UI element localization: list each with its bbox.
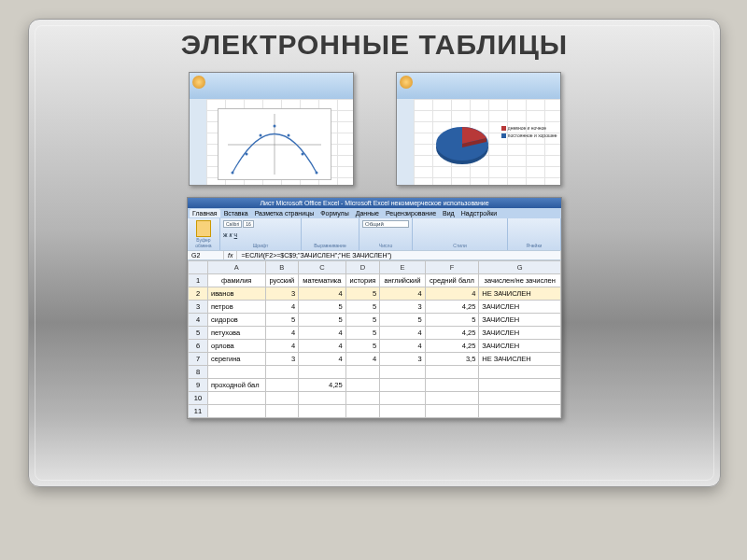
tab-review[interactable]: Рецензирование [383, 209, 439, 217]
table-row: 2иванов34544НЕ ЗАЧИСЛЕН [189, 287, 561, 301]
window-title: Лист Microsoft Office Excel - Microsoft … [188, 198, 561, 208]
ribbon-tabs: Главная Вставка Разметка страницы Формул… [188, 208, 561, 218]
row-headers [397, 99, 415, 185]
ribbon-body: Буфер обмена Calibri 16 ЖКЧ Шрифт Выравн… [188, 218, 561, 250]
ribbon-bar [190, 73, 353, 100]
slide: ЭЛЕКТРОННЫЕ ТАБЛИЦЫ [28, 19, 721, 487]
table-row: 6орлова44544,25ЗАЧИСЛЕН [189, 340, 561, 353]
tab-home[interactable]: Главная [190, 209, 220, 217]
svg-point-4 [259, 134, 261, 137]
table-row: 7серегина34433,5НЕ ЗАЧИСЛЕН [189, 353, 561, 366]
size-select[interactable]: 16 [243, 220, 254, 228]
svg-point-5 [273, 125, 275, 128]
tab-data[interactable]: Данные [353, 209, 382, 217]
formula-bar: G2 fx =ЕСЛИ(F2>=$C$9;"ЗАЧИСЛЕН";"НЕ ЗАЧИ… [188, 250, 561, 260]
bold-icon[interactable]: Ж [223, 232, 228, 238]
tab-view[interactable]: Вид [440, 209, 458, 217]
table-row: 11 [189, 405, 561, 418]
table-row: 10 [189, 392, 561, 405]
ribbon-bar [397, 73, 560, 100]
fx-icon[interactable]: fx [224, 251, 237, 259]
embedded-line-chart [218, 108, 331, 180]
paste-icon[interactable] [196, 220, 211, 237]
underline-icon[interactable]: Ч [234, 232, 238, 238]
table-row: 5петухова44544,25ЗАЧИСЛЕН [189, 327, 561, 340]
italic-icon[interactable]: К [230, 232, 233, 238]
numfmt-select[interactable]: Общий [362, 220, 409, 228]
tab-insert[interactable]: Вставка [221, 209, 251, 217]
svg-point-7 [301, 153, 303, 156]
font-select[interactable]: Calibri [223, 220, 242, 228]
pie-legend: дневное и ночное постоянное и хорошее [501, 124, 557, 139]
table-row: 9проходной бал4,25 [189, 379, 561, 392]
svg-point-6 [287, 134, 289, 137]
tab-addins[interactable]: Надстройки [458, 209, 500, 217]
excel-screenshot-table: Лист Microsoft Office Excel - Microsoft … [187, 197, 562, 419]
svg-point-3 [245, 153, 247, 156]
formula-input[interactable]: =ЕСЛИ(F2>=$C$9;"ЗАЧИСЛЕН";"НЕ ЗАЧИСЛЕН") [237, 251, 561, 259]
table-row: 4сидоров55555ЗАЧИСЛЕН [189, 314, 561, 327]
table-row: 3петров45534,25ЗАЧИСЛЕН [189, 301, 561, 314]
row-headers [190, 99, 207, 185]
table-row: 8 [189, 366, 561, 379]
svg-point-2 [231, 172, 233, 175]
tab-layout[interactable]: Разметка страницы [252, 209, 317, 217]
name-box[interactable]: G2 [188, 251, 224, 259]
thumbnail-row: дневное и ночное постоянное и хорошее [29, 72, 720, 186]
slide-title: ЭЛЕКТРОННЫЕ ТАБЛИЦЫ [29, 29, 720, 61]
excel-thumbnail-linechart [189, 72, 354, 186]
excel-thumbnail-piechart: дневное и ночное постоянное и хорошее [396, 72, 561, 186]
column-header-row: A B C D E F G [189, 261, 561, 274]
header-row: 1 фамилия русский математика история анг… [189, 274, 561, 287]
tab-formulas[interactable]: Формулы [317, 209, 351, 217]
svg-point-8 [315, 172, 317, 175]
spreadsheet-grid[interactable]: A B C D E F G 1 фамилия русский математи… [188, 260, 561, 418]
embedded-pie-chart [430, 119, 495, 171]
